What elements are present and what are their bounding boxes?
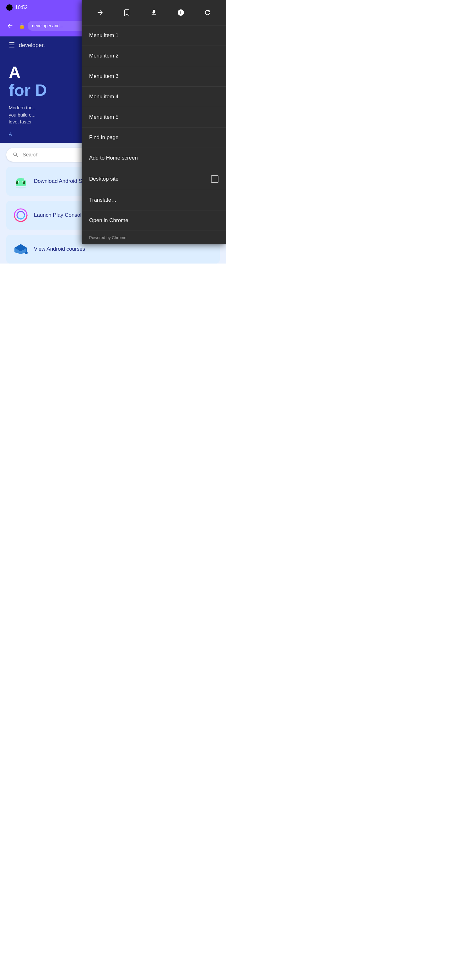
svg-rect-21 [26,248,27,252]
android-icon [13,173,29,189]
svg-point-7 [16,186,26,188]
info-icon[interactable] [174,6,188,19]
status-dot [6,5,13,11]
hero-title-line2: for D [9,81,47,99]
menu-item-label-7: Desktop site [89,176,119,182]
menu-item-2[interactable]: Menu item 3 [82,66,226,87]
search-icon [13,152,19,158]
menu-footer: Powered by Chrome [82,231,226,244]
menu-item-label-0: Menu item 1 [89,32,119,39]
menu-item-9[interactable]: Open in Chrome [82,210,226,231]
hamburger-icon[interactable]: ☰ [9,41,15,49]
menu-item-checkbox-7[interactable] [211,175,219,183]
menu-item-label-2: Menu item 3 [89,73,119,80]
menu-item-0[interactable]: Menu item 1 [82,25,226,46]
dev-logo-text: developer. [19,42,45,49]
menu-item-7[interactable]: Desktop site [82,169,226,190]
play-console-icon [13,207,29,223]
lock-icon: 🔒 [19,23,25,29]
menu-toolbar [82,0,226,25]
menu-item-label-5: Find in page [89,134,119,141]
menu-item-8[interactable]: Translate… [82,190,226,210]
menu-item-label-1: Menu item 2 [89,53,119,59]
svg-point-13 [18,181,19,183]
status-time: 10:52 [15,5,28,10]
refresh-icon[interactable] [201,6,214,19]
context-menu: Menu item 1Menu item 2Menu item 3Menu it… [82,0,226,244]
menu-item-label-9: Open in Chrome [89,217,128,224]
status-left: 10:52 [6,5,28,11]
menu-item-1[interactable]: Menu item 2 [82,46,226,66]
svg-point-22 [25,251,28,254]
forward-icon[interactable] [93,6,107,19]
menu-item-6[interactable]: Add to Home screen [82,148,226,169]
menu-items-list: Menu item 1Menu item 2Menu item 3Menu it… [82,25,226,231]
svg-point-14 [22,181,24,183]
menu-item-label-6: Add to Home screen [89,155,138,161]
search-input-label: Search [22,152,39,158]
menu-item-4[interactable]: Menu item 5 [82,107,226,127]
menu-item-label-3: Menu item 4 [89,94,119,100]
menu-item-label-8: Translate… [89,197,116,203]
graduation-icon [13,241,29,257]
menu-item-3[interactable]: Menu item 4 [82,87,226,107]
menu-item-5[interactable]: Find in page [82,127,226,148]
download-icon[interactable] [147,6,161,19]
card-android-courses-text: View Android courses [34,246,213,252]
menu-item-label-4: Menu item 5 [89,114,119,120]
bookmark-icon[interactable] [120,6,134,19]
back-button[interactable] [4,19,16,32]
